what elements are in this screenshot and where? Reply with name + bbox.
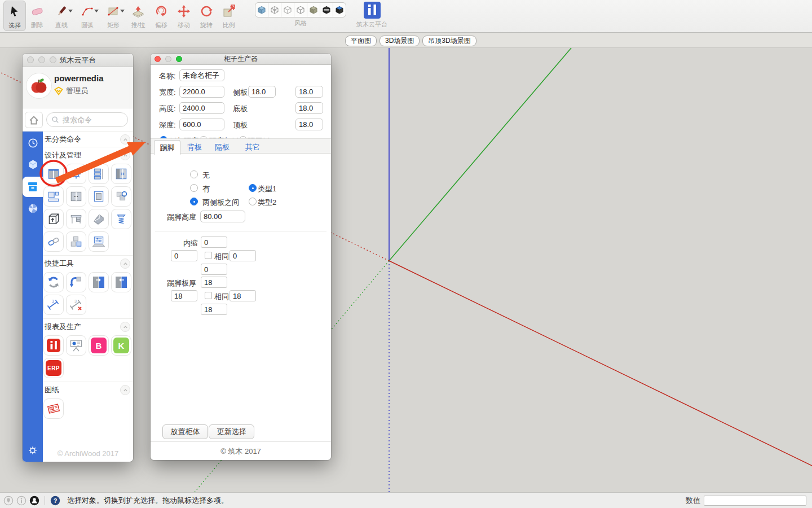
rectangle-tool-button[interactable]: 矩形 <box>100 1 126 31</box>
top-thickness-input[interactable] <box>295 119 323 130</box>
erp-button[interactable]: ERP <box>43 358 64 378</box>
style-hidden-line-button[interactable] <box>294 3 307 17</box>
avatar[interactable] <box>27 73 51 98</box>
section-uncategorized[interactable]: 无分类命令 <box>43 132 133 147</box>
collapse-chevron-icon[interactable] <box>120 259 130 269</box>
tab-backboard[interactable]: 背板 <box>186 141 204 154</box>
parameter-settings-button[interactable] <box>66 164 86 184</box>
minimize-button[interactable] <box>165 56 171 62</box>
history-category-button[interactable] <box>23 133 43 152</box>
scene-tab-ceiling-3d[interactable]: 吊顶3D场景图 <box>422 36 476 46</box>
double-door-cabinet-button[interactable] <box>66 186 86 207</box>
door-direction-right-button[interactable] <box>89 272 109 292</box>
width-input[interactable] <box>179 86 224 98</box>
pushpull-tool-button[interactable]: 推/拉 <box>126 1 150 31</box>
panel-settings-button[interactable] <box>23 442 43 459</box>
style-textured-dark-button[interactable] <box>333 3 346 17</box>
move-tool-button[interactable]: 移动 <box>173 1 195 31</box>
section-quick-tools[interactable]: 快捷工具 <box>43 255 133 271</box>
hardware-fitting-button[interactable] <box>111 186 131 207</box>
spring-screw-button[interactable] <box>111 209 131 229</box>
tab-divider[interactable]: 隔板 <box>213 141 231 154</box>
section-drawings[interactable]: 图纸 <box>43 382 133 397</box>
home-button[interactable] <box>25 112 43 128</box>
side-thickness-input-2[interactable] <box>295 86 323 98</box>
offset-tool-button[interactable]: 偏移 <box>150 1 173 31</box>
thickness-left-input[interactable] <box>171 290 197 301</box>
account-icon[interactable] <box>29 496 39 506</box>
component-blocks-button[interactable] <box>66 231 86 252</box>
bottom-thickness-input[interactable] <box>295 102 323 114</box>
model-category-button[interactable] <box>23 155 43 174</box>
shelf-unit-button[interactable] <box>89 164 109 184</box>
style-shaded-button[interactable] <box>307 3 320 17</box>
style-monochrome-button[interactable] <box>320 3 333 17</box>
link-tool-button[interactable] <box>43 231 64 252</box>
height-input[interactable] <box>179 102 224 114</box>
section-reports[interactable]: 报表及生产 <box>43 318 133 334</box>
k-app-button[interactable]: K <box>111 335 131 356</box>
style-wireframe-button[interactable] <box>281 3 294 17</box>
thickness-bottom-input[interactable] <box>201 304 227 315</box>
collapse-chevron-icon[interactable] <box>120 385 130 395</box>
search-input[interactable] <box>61 115 120 125</box>
inset-bottom-input[interactable] <box>201 264 227 275</box>
drawing-sheet-button[interactable] <box>43 398 64 419</box>
render-settings-button[interactable] <box>89 231 109 252</box>
cabinet-body-button[interactable] <box>43 209 64 229</box>
b-app-button[interactable]: B <box>89 335 109 356</box>
type2-radio[interactable] <box>249 198 257 205</box>
zhumu-plugin-button[interactable]: 筑木云平台 <box>356 1 387 29</box>
refresh-button[interactable] <box>43 272 64 292</box>
inset-right-input[interactable] <box>230 250 256 261</box>
panel-titlebar[interactable]: 筑木云平台 <box>23 54 133 67</box>
thickness-top-input[interactable] <box>201 277 227 288</box>
dropdown-caret-icon[interactable] <box>68 10 73 12</box>
thickness-right-input[interactable] <box>230 290 256 301</box>
corner-cabinet-button[interactable] <box>89 209 109 229</box>
type1-radio[interactable] <box>249 184 257 192</box>
collapse-chevron-icon[interactable] <box>120 134 130 144</box>
scene-tab-3d[interactable]: 3D场景图 <box>379 36 420 46</box>
close-button[interactable] <box>27 56 34 63</box>
side-thickness-input[interactable] <box>248 86 276 98</box>
inset-same-checkbox[interactable] <box>205 252 212 259</box>
scale-tool-button[interactable]: 比例 <box>218 1 240 31</box>
commands-category-button[interactable] <box>23 177 43 197</box>
door-direction-left-button[interactable] <box>111 272 131 292</box>
eraser-tool-button[interactable]: 删除 <box>26 1 48 31</box>
dropdown-caret-icon[interactable] <box>120 10 125 12</box>
dialog-titlebar[interactable]: 柜子生产器 <box>151 54 331 65</box>
select-tool-button[interactable]: 选择 <box>3 1 26 31</box>
zoom-button[interactable] <box>50 56 56 63</box>
style-xray-button[interactable] <box>268 3 281 17</box>
dropdown-caret-icon[interactable] <box>94 10 99 12</box>
close-button[interactable] <box>155 56 161 62</box>
help-icon[interactable]: ? <box>50 496 60 506</box>
kick-between-sides-radio[interactable] <box>190 198 198 205</box>
dimension-remove-button[interactable]: 3 <box>66 295 86 315</box>
name-input[interactable] <box>179 69 224 81</box>
render-category-button[interactable] <box>23 199 43 218</box>
dimension-button[interactable]: 3 <box>43 295 64 315</box>
minimize-button[interactable] <box>38 56 45 63</box>
arc-tool-button[interactable]: 圆弧 <box>74 1 100 31</box>
rotate-tool-button[interactable]: 旋转 <box>195 1 218 31</box>
collapse-chevron-icon[interactable] <box>120 322 130 332</box>
style-shaded-textures-button[interactable] <box>255 3 268 17</box>
section-design[interactable]: 设计及管理 <box>43 147 133 163</box>
credits-info-icon[interactable] <box>16 496 27 506</box>
place-cabinet-button[interactable]: 放置柜体 <box>162 424 208 439</box>
zhumu-production-button[interactable] <box>43 335 64 356</box>
cabinet-generator-button[interactable] <box>43 164 64 184</box>
kick-height-input[interactable] <box>200 211 245 222</box>
thickness-same-checkbox[interactable] <box>205 292 212 299</box>
corner-arrow-button[interactable] <box>66 272 86 292</box>
update-selection-button[interactable]: 更新选择 <box>209 424 254 439</box>
inset-left-input[interactable] <box>171 250 197 261</box>
presentation-button[interactable] <box>66 335 86 356</box>
kick-yes-radio[interactable] <box>190 184 198 192</box>
wardrobe-button[interactable] <box>111 164 131 184</box>
single-door-button[interactable] <box>89 186 109 207</box>
zoom-button[interactable] <box>176 56 182 62</box>
